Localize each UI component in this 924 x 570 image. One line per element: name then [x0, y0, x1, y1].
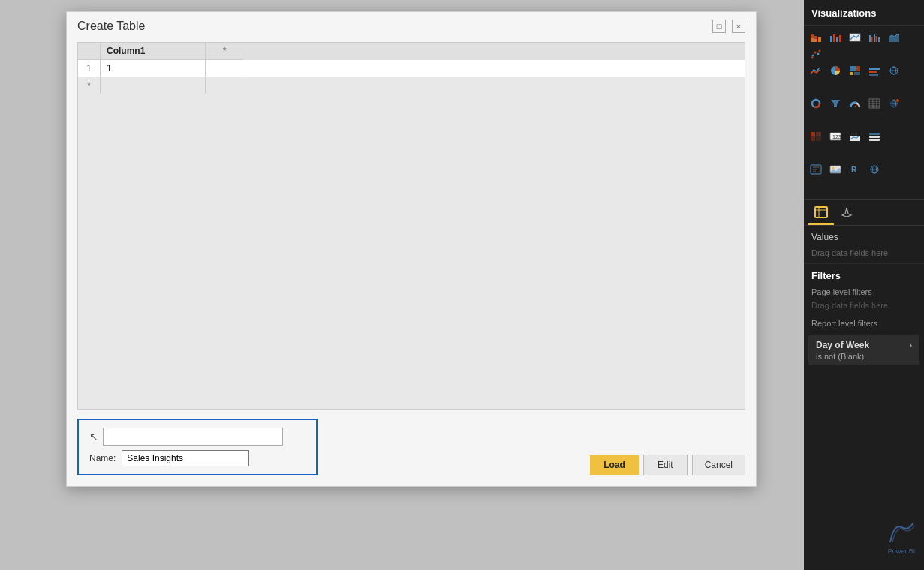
svg-rect-22	[850, 66, 856, 71]
viz-icon-treemap[interactable]	[846, 63, 864, 78]
svg-line-35	[855, 104, 857, 107]
dialog-minimize-button[interactable]: □	[712, 20, 726, 33]
svg-rect-8	[839, 35, 841, 42]
table-col-header-column1[interactable]: Column1	[101, 43, 206, 60]
svg-rect-56	[869, 139, 880, 141]
viz-icon-line-chart[interactable]	[846, 30, 864, 45]
viz-icon-area-chart[interactable]	[885, 30, 903, 45]
svg-rect-67	[815, 207, 827, 218]
table-cell-1-1[interactable]: 1	[101, 60, 206, 77]
viz-icons-row-4: 123 KPI	[807, 129, 921, 160]
viz-icon-r[interactable]: R	[846, 162, 864, 177]
filter-chip-title: Day of Week ›	[816, 340, 912, 350]
name-label: Name:	[89, 453, 116, 464]
svg-rect-10	[869, 35, 871, 42]
table-row-num-header	[78, 43, 101, 60]
svg-rect-27	[869, 70, 877, 73]
svg-rect-4	[818, 38, 821, 42]
formula-bar[interactable]	[103, 428, 283, 446]
values-label: Values	[804, 226, 924, 245]
svg-text:123: 123	[832, 134, 841, 140]
svg-text:KPI: KPI	[851, 132, 857, 136]
svg-rect-46	[811, 132, 815, 136]
filter-chevron-icon: ›	[910, 341, 912, 350]
viz-icon-globe2[interactable]	[885, 96, 903, 111]
svg-rect-28	[869, 74, 878, 76]
viz-icon-funnel[interactable]	[826, 96, 844, 111]
viz-icon-globe[interactable]	[885, 63, 903, 78]
svg-rect-11	[871, 37, 873, 42]
svg-marker-15	[889, 34, 899, 42]
svg-point-62	[832, 167, 835, 170]
table-row-num-1: 1	[78, 60, 101, 77]
svg-rect-23	[856, 66, 860, 71]
viz-icon-kpi[interactable]: KPI	[846, 129, 864, 144]
viz-icon-image[interactable]	[826, 162, 844, 177]
viz-icon-stacked-bar[interactable]	[807, 30, 825, 45]
page-filters-drag[interactable]: Drag data fields here	[804, 299, 924, 316]
svg-rect-54	[869, 133, 880, 135]
cancel-button[interactable]: Cancel	[692, 454, 745, 476]
viz-icon-grouped-bar[interactable]	[865, 30, 883, 45]
viz-icon-globe3[interactable]	[865, 162, 883, 177]
day-of-week-filter[interactable]: Day of Week › is not (Blank)	[808, 335, 919, 365]
table-container: Column1 * 1 1 *	[77, 42, 745, 410]
svg-rect-24	[850, 72, 853, 75]
svg-rect-14	[878, 38, 880, 42]
panel-title: Visualizations	[804, 0, 924, 26]
filters-title: Filters	[804, 264, 924, 284]
viz-icon-slicer[interactable]	[865, 129, 883, 144]
viz-icon-bar2[interactable]	[865, 63, 883, 78]
svg-point-19	[819, 50, 821, 52]
viz-tab-fields[interactable]	[808, 203, 834, 225]
table-empty-add	[206, 77, 243, 94]
viz-icon-line2[interactable]	[807, 63, 825, 78]
name-input[interactable]	[122, 450, 249, 466]
viz-icon-scatter[interactable]	[807, 46, 825, 62]
viz-icon-gauge[interactable]	[846, 96, 864, 111]
dialog-controls: □ ×	[712, 20, 745, 33]
watermark: Power BI	[886, 520, 916, 555]
table-col-add-header[interactable]: *	[206, 43, 243, 60]
dialog-titlebar: Create Table □ ×	[67, 12, 756, 39]
table-cell-1-add	[206, 60, 243, 77]
viz-tab-format[interactable]	[834, 203, 859, 225]
viz-icon-shape[interactable]	[807, 162, 825, 177]
table-empty-cell[interactable]	[101, 77, 206, 94]
svg-rect-5	[830, 36, 832, 42]
dialog-close-button[interactable]: ×	[732, 20, 745, 33]
svg-rect-3	[814, 36, 817, 39]
viz-icon-card[interactable]: 123	[826, 129, 844, 144]
formula-row: ↖	[89, 428, 305, 446]
load-button[interactable]: Load	[590, 455, 639, 475]
viz-icon-blank2	[807, 112, 825, 128]
svg-rect-25	[854, 72, 860, 75]
svg-point-45	[896, 99, 899, 102]
dialog-bottom: ↖ Name: Load Edit Cancel	[67, 412, 756, 486]
viz-icon-blank1	[807, 80, 825, 94]
svg-rect-1	[811, 34, 814, 38]
name-row: Name:	[89, 450, 305, 466]
svg-rect-26	[869, 68, 880, 70]
table-data-row-1: 1 1	[78, 60, 745, 77]
page-filters-label: Page level filters	[804, 284, 924, 299]
svg-point-18	[817, 53, 820, 56]
table-empty-row: *	[78, 77, 745, 94]
viz-icon-table[interactable]	[865, 96, 883, 111]
report-filters-label: Report level filters	[804, 316, 924, 331]
svg-point-16	[812, 55, 814, 57]
viz-icon-donut[interactable]	[807, 96, 825, 111]
values-drag-area[interactable]: Drag data fields here	[804, 245, 924, 264]
table-header-row: Column1 *	[78, 43, 745, 60]
viz-icon-bar-chart[interactable]	[826, 30, 844, 45]
viz-icon-pie[interactable]	[826, 63, 844, 78]
svg-rect-49	[816, 136, 821, 141]
viz-icon-blank5	[885, 162, 903, 177]
blue-outlined-box: ↖ Name:	[77, 418, 318, 476]
svg-marker-34	[831, 100, 840, 107]
viz-icon-blank3	[885, 129, 903, 144]
cursor-icon: ↖	[89, 430, 98, 442]
svg-rect-7	[836, 38, 838, 42]
edit-button[interactable]: Edit	[643, 454, 688, 476]
viz-icon-matrix[interactable]	[807, 129, 825, 144]
